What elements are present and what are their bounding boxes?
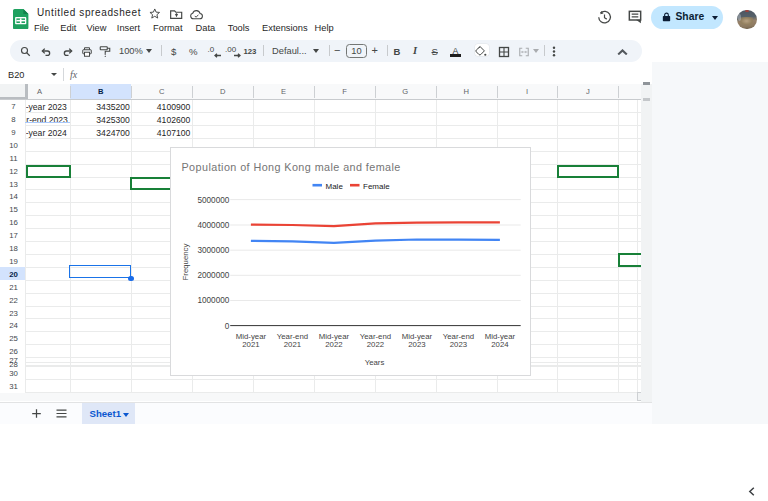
svg-text:2021: 2021 — [242, 340, 259, 349]
svg-text:2023: 2023 — [450, 340, 467, 349]
svg-text:2023: 2023 — [408, 340, 425, 349]
svg-text:2000000: 2000000 — [197, 271, 229, 280]
svg-text:1000000: 1000000 — [197, 296, 229, 305]
svg-text:Population of Hong Kong male a: Population of Hong Kong male and female — [181, 161, 400, 173]
svg-text:Female: Female — [363, 182, 390, 191]
svg-text:3000000: 3000000 — [197, 246, 229, 255]
svg-text:5000000: 5000000 — [197, 196, 229, 205]
svg-text:2022: 2022 — [325, 340, 342, 349]
svg-text:Years: Years — [364, 358, 384, 367]
svg-text:Male: Male — [325, 182, 343, 191]
svg-text:Frequency: Frequency — [181, 243, 190, 280]
svg-text:2022: 2022 — [367, 340, 384, 349]
svg-text:2024: 2024 — [491, 340, 509, 349]
svg-text:0: 0 — [225, 322, 230, 331]
svg-text:2021: 2021 — [284, 340, 301, 349]
svg-text:4000000: 4000000 — [197, 221, 229, 230]
